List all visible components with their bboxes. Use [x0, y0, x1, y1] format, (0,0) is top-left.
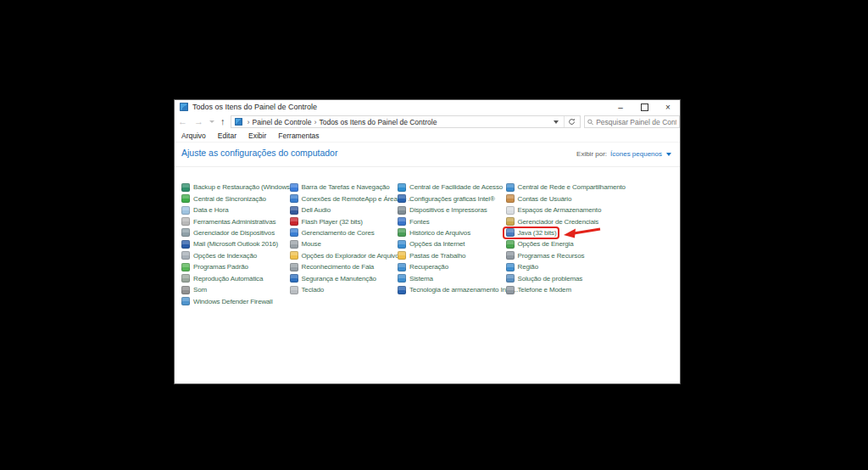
- control-panel-item-label: Fontes: [409, 218, 430, 226]
- view-by-dropdown[interactable]: Ícones pequenos: [610, 150, 662, 158]
- menu-bar: Arquivo Editar Exibir Ferramentas: [175, 130, 680, 143]
- close-button[interactable]: ×: [656, 100, 680, 114]
- control-panel-item-label: Solução de problemas: [518, 275, 583, 283]
- control-panel-item-label: Som: [193, 286, 207, 294]
- control-panel-item-link[interactable]: Windows Defender Firewall: [181, 295, 273, 306]
- control-panel-item-link[interactable]: Opções da Internet: [398, 238, 465, 249]
- control-panel-item-link[interactable]: Gerenciador de Dispositivos: [181, 227, 275, 238]
- control-panel-item-link[interactable]: Configurações gráficas Intel®: [398, 193, 495, 204]
- internet-options-icon: [398, 240, 406, 249]
- control-panel-item-link[interactable]: Solução de problemas: [506, 273, 583, 284]
- minimize-button[interactable]: –: [609, 100, 632, 114]
- control-panel-item-link[interactable]: Espaços de Armazenamento: [506, 204, 602, 215]
- control-panel-item-link[interactable]: Dell Audio: [290, 204, 331, 215]
- control-panel-item-link[interactable]: Programas Padrão: [181, 261, 248, 272]
- forward-icon[interactable]: →: [191, 117, 207, 126]
- control-panel-item-label: Gerenciador de Dispositivos: [193, 229, 275, 237]
- sync-center-icon: [181, 194, 190, 203]
- control-panel-item-link[interactable]: Mouse: [290, 238, 321, 249]
- mouse-icon: [290, 240, 298, 249]
- breadcrumb-all-items[interactable]: Todos os Itens do Painel de Controle: [319, 118, 437, 126]
- recovery-icon: [398, 263, 406, 271]
- control-panel-item-link[interactable]: Telefone e Modem: [506, 284, 571, 295]
- control-panel-item-link[interactable]: Flash Player (32 bits): [290, 215, 363, 227]
- control-panel-item-link[interactable]: Data e Hora: [181, 204, 228, 215]
- phone-modem-icon: [506, 286, 515, 294]
- control-panel-item-link[interactable]: Dispositivos e Impressoras: [398, 204, 487, 215]
- control-panel-item-label: Contas de Usuário: [518, 195, 572, 203]
- chevron-down-icon[interactable]: [666, 153, 671, 156]
- control-panel-item-label: Opções de Energia: [518, 240, 574, 248]
- breadcrumb-control-panel[interactable]: Painel de Controle: [253, 118, 312, 126]
- mail-icon: [181, 240, 190, 249]
- control-panel-item-link[interactable]: Pastas de Trabalho: [398, 250, 465, 261]
- control-panel-item-link[interactable]: Opções do Explorador de Arquivos: [290, 250, 403, 261]
- control-panel-item-link[interactable]: Barra de Tarefas e Navegação: [290, 182, 390, 193]
- control-panel-item-link[interactable]: Opções de Indexação: [181, 250, 257, 261]
- control-panel-item-link[interactable]: Reconhecimento de Fala: [290, 261, 375, 272]
- window-title: Todos os Itens do Painel de Controle: [192, 103, 317, 111]
- refresh-icon[interactable]: [565, 116, 580, 127]
- maximize-button[interactable]: [632, 100, 656, 114]
- control-panel-item-link[interactable]: Mail (Microsoft Outlook 2016): [181, 238, 278, 249]
- control-panel-item-label: Dispositivos e Impressoras: [409, 206, 487, 214]
- keyboard-icon: [290, 286, 298, 294]
- control-panel-item-link[interactable]: Som: [181, 284, 207, 295]
- control-panel-item-link[interactable]: Histórico de Arquivos: [398, 227, 470, 238]
- security-maintenance-icon: [290, 274, 298, 283]
- device-manager-icon: [181, 228, 190, 237]
- control-panel-item-label: Backup e Restauração (Windows 7): [193, 183, 298, 191]
- control-panel-item-link[interactable]: Central de Rede e Compartilhamento: [506, 182, 626, 193]
- control-panel-item-link[interactable]: Teclado: [290, 284, 325, 295]
- control-panel-item-label: Opções de Indexação: [193, 252, 257, 260]
- fonts-icon: [398, 217, 406, 226]
- menu-editar[interactable]: Editar: [218, 131, 236, 140]
- recent-locations-chevron-icon[interactable]: [209, 120, 214, 123]
- control-panel-item-label: Gerenciamento de Cores: [302, 229, 375, 237]
- control-panel-item-label: Opções do Explorador de Arquivos: [302, 252, 403, 260]
- control-panel-item-label: Tecnologia de armazenamento Intel...: [409, 286, 518, 294]
- address-bar[interactable]: › Painel de Controle › Todos os Itens do…: [231, 115, 581, 128]
- control-panel-item-link[interactable]: Central de Sincronização: [181, 193, 266, 204]
- control-panel-item-link[interactable]: Programas e Recursos: [506, 250, 585, 261]
- date-time-icon: [181, 206, 190, 215]
- control-panel-item-link[interactable]: Contas de Usuário: [506, 193, 572, 204]
- page-title: Ajuste as configurações do computador: [181, 148, 337, 158]
- intel-storage-icon: [398, 286, 406, 294]
- firewall-icon: [181, 297, 190, 305]
- control-panel-item-link[interactable]: Conexões de RemoteApp e Área de ...: [290, 193, 414, 204]
- search-input[interactable]: [596, 118, 676, 126]
- control-panel-item-link[interactable]: Reprodução Automática: [181, 273, 263, 284]
- control-panel-item-label: Telefone e Modem: [518, 286, 571, 294]
- up-icon[interactable]: ↑: [217, 117, 229, 126]
- control-panel-item-link[interactable]: Java (32 bits): [506, 227, 557, 238]
- menu-ferramentas[interactable]: Ferramentas: [278, 131, 319, 140]
- address-dropdown-chevron-icon[interactable]: [554, 120, 559, 124]
- title-bar[interactable]: Todos os Itens do Painel de Controle – ×: [175, 100, 680, 114]
- search-box[interactable]: [584, 115, 680, 128]
- control-panel-item-link[interactable]: Tecnologia de armazenamento Intel...: [398, 284, 518, 295]
- back-icon[interactable]: ←: [175, 117, 191, 126]
- speech-recognition-icon: [290, 263, 298, 271]
- control-panel-item-link[interactable]: Região: [506, 261, 538, 272]
- control-panel-item-link[interactable]: Ferramentas Administrativas: [181, 215, 275, 227]
- control-panel-items-grid: Backup e Restauração (Windows 7)Central …: [181, 182, 614, 307]
- control-panel-item-link[interactable]: Backup e Restauração (Windows 7): [181, 182, 298, 193]
- control-panel-item-label: Central de Sincronização: [193, 195, 266, 203]
- control-panel-item-link[interactable]: Gerenciador de Credenciais: [506, 215, 599, 227]
- control-panel-item-label: Sistema: [409, 275, 433, 283]
- indexing-options-icon: [181, 251, 190, 260]
- control-panel-item-label: Data e Hora: [193, 206, 228, 214]
- control-panel-item-link[interactable]: Central de Facilidade de Acesso: [398, 182, 503, 193]
- control-panel-item-link[interactable]: Recuperação: [398, 261, 448, 272]
- file-history-icon: [398, 228, 406, 237]
- menu-arquivo[interactable]: Arquivo: [181, 131, 206, 140]
- control-panel-item-link[interactable]: Opções de Energia: [506, 238, 574, 249]
- control-panel-item-label: Programas e Recursos: [518, 252, 585, 260]
- menu-exibir[interactable]: Exibir: [248, 131, 266, 140]
- control-panel-item-link[interactable]: Segurança e Manutenção: [290, 273, 376, 284]
- control-panel-item-link[interactable]: Fontes: [398, 215, 430, 227]
- file-explorer-options-icon: [290, 251, 298, 260]
- control-panel-item-link[interactable]: Sistema: [398, 273, 433, 284]
- control-panel-item-link[interactable]: Gerenciamento de Cores: [290, 227, 375, 238]
